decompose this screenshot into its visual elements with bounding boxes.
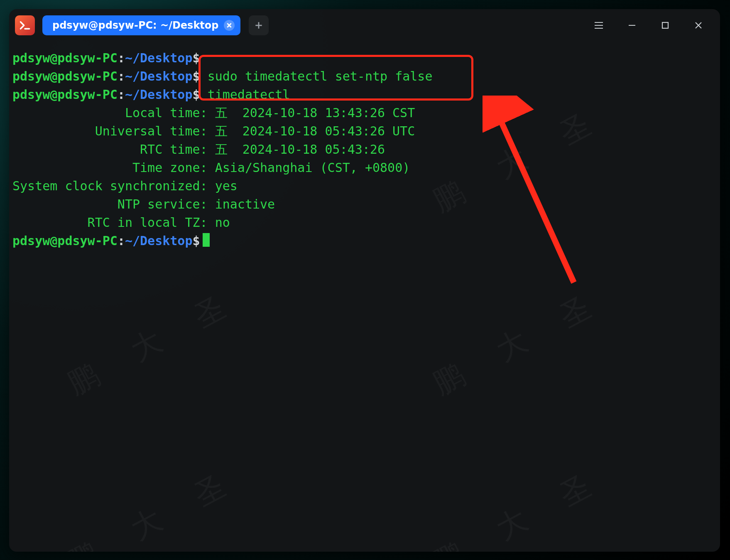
maximize-button[interactable] bbox=[659, 20, 671, 31]
output-line: Local time: 五 2024-10-18 13:43:26 CST bbox=[12, 104, 717, 122]
output-line: RTC time: 五 2024-10-18 05:43:26 bbox=[12, 140, 717, 159]
tab-active[interactable]: pdsyw@pdsyw-PC: ~/Desktop bbox=[42, 15, 240, 35]
watermark: 鹏 大 圣 bbox=[66, 468, 241, 552]
terminal-line: pdsyw@pdsyw-PC:~/Desktop$ bbox=[12, 232, 717, 250]
prompt-symbol: $ bbox=[193, 51, 200, 65]
output-line: Universal time: 五 2024-10-18 05:43:26 UT… bbox=[12, 122, 717, 140]
minimize-button[interactable] bbox=[626, 20, 638, 31]
close-button[interactable] bbox=[693, 20, 704, 31]
command-text: sudo timedatectl set-ntp false bbox=[208, 69, 433, 84]
cursor bbox=[203, 233, 210, 247]
prompt-sep: : bbox=[118, 51, 125, 65]
hamburger-menu-icon[interactable] bbox=[593, 20, 605, 31]
prompt-user: pdsyw@pdsyw-PC bbox=[12, 51, 118, 65]
terminal-line: pdsyw@pdsyw-PC:~/Desktop$ sudo timedatec… bbox=[12, 67, 717, 86]
svg-rect-1 bbox=[662, 22, 668, 28]
output-line: System clock synchronized: yes bbox=[12, 177, 717, 195]
watermark: 鹏 大 圣 bbox=[66, 289, 241, 394]
tab-close-button[interactable] bbox=[224, 20, 235, 31]
titlebar: pdsyw@pdsyw-PC: ~/Desktop bbox=[9, 9, 720, 42]
output-line: RTC in local TZ: no bbox=[12, 214, 717, 232]
output-line: NTP service: inactive bbox=[12, 195, 717, 214]
watermark: 鹏 大 圣 bbox=[431, 289, 607, 394]
terminal-window: pdsyw@pdsyw-PC: ~/Desktop 鹏 大 圣 bbox=[9, 9, 720, 552]
new-tab-button[interactable] bbox=[249, 15, 269, 35]
watermark: 鹏 大 圣 bbox=[431, 468, 607, 552]
terminal-line: pdsyw@pdsyw-PC:~/Desktop$ timedatectl bbox=[12, 86, 717, 104]
command-text: timedatectl bbox=[208, 87, 290, 102]
tab-title: pdsyw@pdsyw-PC: ~/Desktop bbox=[52, 20, 219, 31]
terminal-app-icon[interactable] bbox=[15, 15, 35, 35]
terminal-line: pdsyw@pdsyw-PC:~/Desktop$ bbox=[12, 49, 717, 67]
output-line: Time zone: Asia/Shanghai (CST, +0800) bbox=[12, 159, 717, 177]
prompt-path: ~/Desktop bbox=[125, 51, 193, 65]
window-controls bbox=[593, 20, 704, 31]
terminal-body[interactable]: 鹏 大 圣 鹏 大 圣 鹏 大 圣 鹏 大 圣 鹏 大 圣 pdsyw@pdsy… bbox=[9, 42, 720, 552]
